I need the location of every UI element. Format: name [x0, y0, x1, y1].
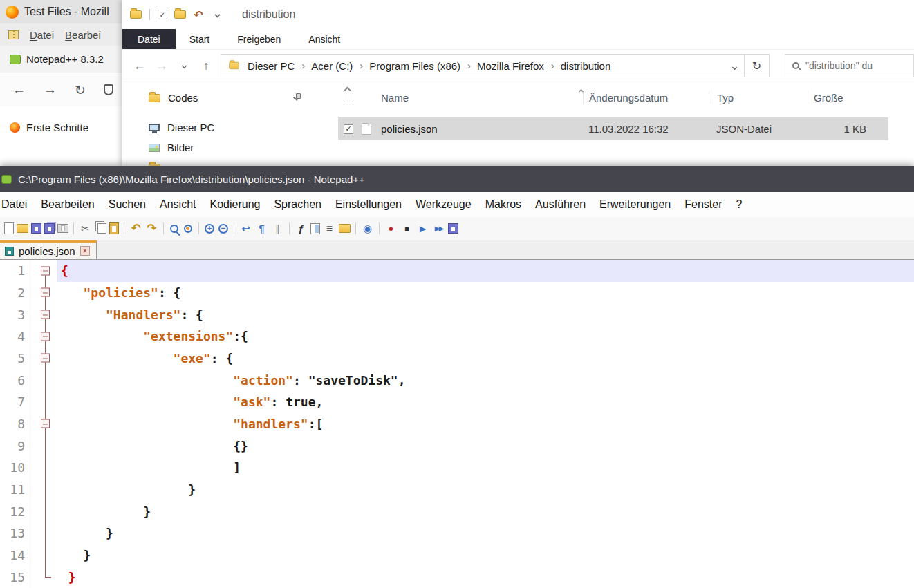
editor-line[interactable]: 15 } — [0, 566, 914, 588]
indent-guide-icon[interactable] — [271, 222, 284, 235]
npp-menu-kodierung[interactable]: Kodierung — [203, 198, 267, 211]
line-number[interactable]: 10 — [0, 457, 32, 479]
npp-menu-suchen[interactable]: Suchen — [102, 198, 153, 211]
breadcrumb-item[interactable]: Mozilla Firefox — [476, 60, 559, 72]
npp-menu-datei[interactable]: Datei — [0, 198, 34, 211]
zoom-out-icon[interactable] — [218, 224, 228, 234]
breadcrumb-item[interactable]: Dieser PC — [246, 60, 310, 72]
breadcrumb-item[interactable]: distribution — [559, 60, 614, 72]
line-number[interactable]: 4 — [0, 325, 32, 348]
print-icon[interactable] — [57, 224, 68, 233]
line-number[interactable]: 15 — [0, 566, 32, 588]
save-all-icon[interactable] — [44, 223, 55, 234]
editor-line[interactable]: 10 ] — [0, 457, 914, 479]
recent-locations-chevron-icon[interactable] — [176, 64, 192, 68]
line-number[interactable]: 8 — [0, 413, 32, 435]
undo-icon[interactable] — [129, 222, 142, 235]
npp-menu-werkzeuge[interactable]: Werkzeuge — [409, 198, 478, 211]
run-macro-multiple-icon[interactable] — [432, 222, 445, 235]
npp-menu-bearbeiten[interactable]: Bearbeiten — [34, 198, 101, 211]
editor-line[interactable]: 2 "policies": { — [0, 282, 914, 304]
address-dropdown-chevron-icon[interactable] — [732, 60, 737, 72]
fold-toggle-icon[interactable] — [41, 288, 50, 297]
editor-line[interactable]: 9 {} — [0, 435, 914, 457]
tab-close-icon[interactable] — [80, 246, 90, 256]
line-number[interactable]: 1 — [0, 260, 32, 282]
forward-button[interactable] — [154, 59, 169, 73]
zoom-in-icon[interactable] — [205, 224, 214, 234]
sidebar-item-bilder[interactable]: Bilder — [122, 137, 338, 158]
sidebar-item-codes[interactable]: Codes — [122, 88, 338, 108]
column-header-2[interactable]: Typ — [711, 91, 808, 104]
line-number[interactable]: 2 — [0, 282, 32, 304]
editor-line[interactable]: 8 "handlers":[ — [0, 413, 914, 435]
select-all-checkbox[interactable] — [344, 93, 353, 102]
column-header-1[interactable]: Änderungsdatum — [583, 91, 711, 104]
editor-line[interactable]: 6 "action": "saveToDisk", — [0, 369, 914, 391]
column-header-0[interactable]: Name — [375, 91, 583, 104]
refresh-button[interactable] — [745, 54, 770, 77]
back-icon[interactable]: ← — [12, 82, 26, 97]
editor-lines[interactable]: 1{2 "policies": {3 "Handlers": {4 "exten… — [0, 260, 914, 588]
doc-list-icon[interactable] — [323, 222, 336, 235]
up-button[interactable] — [198, 59, 214, 73]
line-number[interactable]: 7 — [0, 391, 32, 413]
show-all-chars-icon[interactable] — [255, 222, 268, 235]
ribbon-tab-datei[interactable]: Datei — [122, 29, 176, 49]
function-list-icon[interactable] — [295, 222, 308, 235]
redo-icon[interactable] — [145, 222, 158, 235]
editor-line[interactable]: 1{ — [0, 260, 914, 282]
editor-line[interactable]: 11 } — [0, 479, 914, 501]
new-folder-button-icon[interactable] — [174, 8, 186, 21]
find-icon[interactable] — [170, 225, 178, 233]
editor-line[interactable]: 12 } — [0, 500, 914, 522]
notepadpp-download-link[interactable]: Notepad++ 8.3.2 — [26, 53, 104, 65]
editor-line[interactable]: 4 "extensions":{ — [0, 325, 914, 348]
fold-toggle-icon[interactable] — [41, 419, 50, 428]
sidebar-item-cut[interactable] — [122, 158, 338, 166]
record-macro-icon[interactable] — [384, 222, 398, 235]
undo-button-icon[interactable] — [192, 8, 205, 21]
editor-line[interactable]: 14 } — [0, 544, 914, 567]
line-number[interactable]: 9 — [0, 435, 32, 457]
forward-icon[interactable]: → — [44, 82, 57, 97]
line-number[interactable]: 5 — [0, 348, 32, 370]
sort-ascending-icon[interactable] — [579, 84, 584, 97]
play-macro-icon[interactable] — [416, 222, 429, 235]
new-file-icon[interactable] — [4, 222, 14, 234]
line-number[interactable]: 14 — [0, 544, 32, 567]
address-bar[interactable]: Dieser PCAcer (C:)Program Files (x86)Moz… — [221, 54, 745, 77]
cut-icon[interactable] — [79, 222, 92, 235]
breadcrumb-item[interactable]: Acer (C:) — [310, 60, 368, 72]
line-number[interactable]: 13 — [0, 522, 32, 544]
copy-icon[interactable] — [97, 223, 106, 234]
ribbon-tab-ansicht[interactable]: Ansicht — [295, 29, 354, 49]
bookmark-erste-schritte[interactable]: Erste Schritte — [10, 122, 88, 133]
doc-map-icon[interactable] — [310, 223, 320, 234]
firefox-menu-bearbei[interactable]: Bearbei — [65, 29, 101, 41]
editor-line[interactable]: 3 "Handlers": { — [0, 303, 914, 325]
file-row[interactable]: policies.json11.03.2022 16:32JSON-Datei1… — [338, 117, 888, 140]
folder-workspace-icon[interactable] — [339, 224, 351, 233]
open-folder-icon[interactable] — [17, 224, 28, 233]
line-number[interactable]: 11 — [0, 479, 32, 501]
line-number[interactable]: 12 — [0, 500, 32, 522]
file-checkbox[interactable] — [344, 124, 353, 134]
editor-line[interactable]: 13 } — [0, 522, 914, 544]
save-icon[interactable] — [31, 223, 41, 234]
npp-menu-ansicht[interactable]: Ansicht — [153, 198, 203, 211]
ribbon-tab-freigeben[interactable]: Freigeben — [223, 29, 295, 49]
column-header-3[interactable]: Größe — [808, 91, 914, 104]
fold-toggle-icon[interactable] — [41, 354, 50, 363]
customize-qat-chevron-icon[interactable] — [211, 8, 223, 21]
npp-menu-einstellungen[interactable]: Einstellungen — [328, 198, 409, 211]
ribbon-tab-start[interactable]: Start — [176, 29, 224, 49]
sidebar-item-dieser-pc[interactable]: Dieser PC — [122, 117, 338, 137]
breadcrumb-item[interactable]: Program Files (x86) — [368, 60, 476, 72]
find-replace-icon[interactable] — [184, 225, 192, 233]
stop-macro-icon[interactable] — [400, 222, 413, 235]
fold-toggle-icon[interactable] — [41, 310, 50, 319]
editor-line[interactable]: 7 "ask": true, — [0, 391, 914, 413]
line-number[interactable]: 6 — [0, 369, 32, 391]
properties-button-icon[interactable] — [158, 10, 167, 19]
